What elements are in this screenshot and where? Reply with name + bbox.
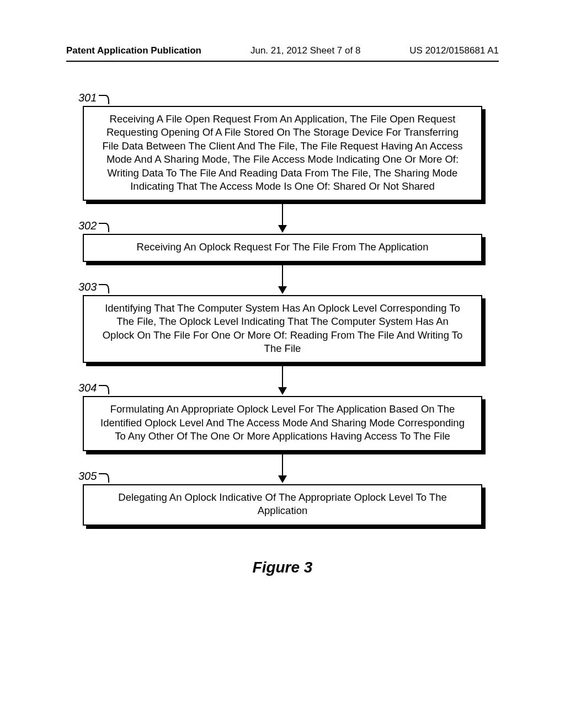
step-label-301: 301 xyxy=(78,92,111,104)
svg-marker-4 xyxy=(278,225,287,233)
svg-marker-8 xyxy=(278,387,287,395)
connector-arrow xyxy=(83,451,482,484)
step-num: 303 xyxy=(78,281,97,293)
step-label-303: 303 xyxy=(78,281,111,293)
step-num: 305 xyxy=(78,470,97,483)
header-center: Jun. 21, 2012 Sheet 7 of 8 xyxy=(250,45,360,56)
connector-arrow xyxy=(83,262,482,295)
connector-arrow xyxy=(83,363,482,396)
step-label-304: 304 xyxy=(78,382,111,394)
header-rule xyxy=(66,61,499,62)
leader-icon xyxy=(98,94,111,106)
step-304: 304 Formulating An Appropriate Oplock Le… xyxy=(83,396,482,451)
step-label-302: 302 xyxy=(78,220,111,232)
page-header: Patent Application Publication Jun. 21, … xyxy=(0,0,565,61)
step-box: Formulating An Appropriate Oplock Level … xyxy=(83,396,482,451)
step-302: 302 Receiving An Oplock Request For The … xyxy=(83,234,482,261)
box-content: Formulating An Appropriate Oplock Level … xyxy=(83,396,482,451)
leader-icon xyxy=(98,473,111,485)
connector-arrow xyxy=(83,201,482,234)
leader-icon xyxy=(98,283,111,296)
flowchart: 301 Receiving A File Open Request From A… xyxy=(83,106,482,526)
step-box: Receiving An Oplock Request For The File… xyxy=(83,234,482,261)
box-content: Receiving An Oplock Request For The File… xyxy=(83,234,482,261)
svg-marker-10 xyxy=(278,475,287,483)
leader-icon xyxy=(98,384,111,397)
leader-icon xyxy=(98,222,111,234)
step-303: 303 Identifying That The Computer System… xyxy=(83,295,482,363)
header-left: Patent Application Publication xyxy=(66,45,201,56)
step-num: 302 xyxy=(78,220,97,232)
step-box: Identifying That The Computer System Has… xyxy=(83,295,482,363)
step-301: 301 Receiving A File Open Request From A… xyxy=(83,106,482,201)
box-content: Delegating An Oplock Indicative Of The A… xyxy=(83,484,482,526)
step-305: 305 Delegating An Oplock Indicative Of T… xyxy=(83,484,482,526)
box-content: Receiving A File Open Request From An Ap… xyxy=(83,106,482,201)
box-content: Identifying That The Computer System Has… xyxy=(83,295,482,363)
svg-marker-6 xyxy=(278,286,287,294)
step-num: 304 xyxy=(78,382,97,394)
step-label-305: 305 xyxy=(78,470,111,483)
step-box: Receiving A File Open Request From An Ap… xyxy=(83,106,482,201)
figure-caption: Figure 3 xyxy=(66,559,499,576)
figure-area: 300 301 Receiving A File Open Request Fr… xyxy=(66,106,499,576)
step-box: Delegating An Oplock Indicative Of The A… xyxy=(83,484,482,526)
step-num: 301 xyxy=(78,92,97,104)
header-right: US 2012/0158681 A1 xyxy=(409,45,499,56)
